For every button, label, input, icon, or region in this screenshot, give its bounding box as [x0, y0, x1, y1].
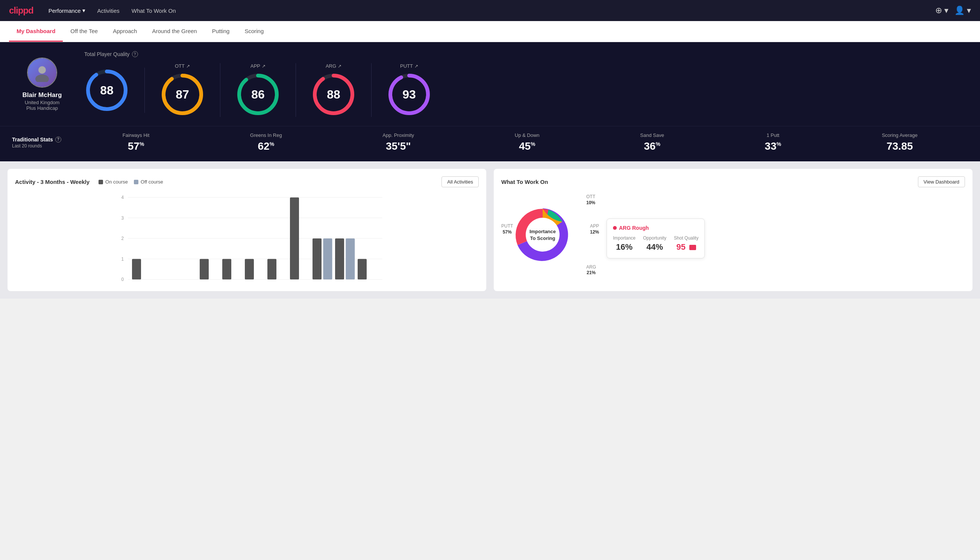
tab-my-dashboard[interactable]: My Dashboard [9, 21, 63, 42]
avatar-image [28, 58, 57, 87]
stats-items: Fairways Hit 57% Greens In Reg 62% App. … [72, 132, 968, 152]
donut-center-text2: To Scoring [530, 235, 556, 241]
tab-approach[interactable]: Approach [105, 21, 145, 42]
stat-putt-value: 33% [765, 140, 782, 152]
svg-text:2: 2 [121, 236, 124, 241]
score-arg-value: 88 [327, 88, 340, 102]
wtwon-title: What To Work On [501, 178, 548, 185]
tab-scoring[interactable]: Scoring [237, 21, 271, 42]
stat-greens-in-reg: Greens In Reg 62% [250, 132, 282, 152]
app-arrow-icon: ↗ [262, 63, 266, 69]
stat-1-putt: 1 Putt 33% [765, 132, 782, 152]
stat-updown-label: Up & Down [515, 132, 540, 138]
legend-on-course: On course [98, 179, 128, 185]
bar-week9-oncourse [313, 238, 321, 280]
detail-importance: Importance 16% [613, 235, 636, 252]
app-logo: clippd [9, 5, 33, 16]
stat-sand-value: 36% [640, 140, 664, 152]
ring-ott: 87 [160, 72, 205, 117]
donut-svg: Importance To Scoring [509, 201, 576, 268]
score-putt-value: 93 [403, 88, 416, 102]
tpq-section: Total Player Quality ? 88 [84, 51, 968, 117]
activity-title: Activity - 3 Months - Weekly [15, 178, 90, 185]
stat-up-and-down: Up & Down 45% [515, 132, 540, 152]
activity-panel: Activity - 3 Months - Weekly On course O… [8, 169, 486, 291]
user-menu-button[interactable]: 👤 ▾ [954, 6, 971, 15]
player-info: Blair McHarg United Kingdom Plus Handica… [12, 58, 72, 111]
putt-arrow-icon: ↗ [414, 63, 418, 69]
svg-text:4: 4 [121, 195, 124, 200]
nav-what-to-work-on[interactable]: What To Work On [131, 8, 176, 14]
score-card-ott: OTT ↗ 87 [145, 63, 220, 117]
putt-label: PUTT ↗ [400, 63, 418, 69]
ring-arg: 88 [311, 72, 356, 117]
bar-week9-offcourse [323, 238, 332, 280]
detail-opportunity: Opportunity 44% [643, 235, 666, 252]
detail-importance-value: 16% [613, 242, 636, 252]
donut-label-app: APP 12% [590, 223, 599, 235]
bar-week6-oncourse [245, 259, 254, 280]
bar-week1-oncourse [132, 259, 141, 280]
bar-week4-oncourse [200, 259, 209, 280]
bar-week7-oncourse [267, 259, 276, 280]
donut-hole [526, 218, 559, 252]
bottom-panels: Activity - 3 Months - Weekly On course O… [0, 161, 980, 298]
activity-chart-area: 4 3 2 1 0 [15, 193, 479, 283]
svg-point-0 [38, 66, 46, 74]
what-to-work-on-panel: What To Work On View Dashboard OTT 10% A… [494, 169, 972, 291]
stat-app-prox-value: 35'5" [383, 140, 414, 152]
svg-text:1: 1 [121, 257, 124, 262]
activity-panel-header: Activity - 3 Months - Weekly On course O… [15, 177, 479, 187]
detail-card-title: ARG Rough [613, 225, 698, 231]
stat-fairways-value: 57% [123, 140, 150, 152]
stat-app-prox-label: App. Proximity [383, 132, 414, 138]
score-app-value: 86 [251, 88, 265, 102]
chevron-down-icon: ▾ [82, 7, 85, 14]
score-total-value: 88 [100, 83, 113, 97]
bar-week10-offcourse [346, 238, 354, 280]
stats-bar: Traditional Stats ? Last 20 rounds Fairw… [0, 126, 980, 161]
ring-app: 86 [235, 72, 281, 117]
nav-links: Performance ▾ Activities What To Work On [48, 7, 176, 14]
player-name: Blair McHarg [23, 92, 62, 99]
add-button[interactable]: ⊕ ▾ [935, 6, 948, 15]
stats-title: Traditional Stats ? [12, 137, 72, 143]
stat-app-proximity: App. Proximity 35'5" [383, 132, 414, 152]
svg-text:7 Feb: 7 Feb [130, 283, 142, 283]
stat-sand-label: Sand Save [640, 132, 664, 138]
stat-scoring-value: 73.85 [882, 140, 918, 152]
chart-legend: On course Off course [98, 179, 163, 185]
nav-activities[interactable]: Activities [97, 8, 120, 14]
detail-shot-quality-value: 95 [674, 242, 698, 252]
tab-putting[interactable]: Putting [205, 21, 237, 42]
svg-text:3: 3 [121, 215, 124, 221]
nav-performance[interactable]: Performance ▾ [48, 7, 85, 14]
donut-chart-wrapper: OTT 10% APP 12% ARG 21% PUTT 57% [501, 193, 599, 283]
on-course-dot [98, 180, 103, 184]
bar-week5-oncourse [222, 259, 231, 280]
stats-help-icon[interactable]: ? [55, 137, 61, 143]
hero-section: Blair McHarg United Kingdom Plus Handica… [0, 42, 980, 126]
bar-week10-oncourse [335, 238, 344, 280]
stat-greens-value: 62% [250, 140, 282, 152]
detail-metrics: Importance 16% Opportunity 44% Shot Qual… [613, 235, 698, 252]
tab-around-the-green[interactable]: Around the Green [145, 21, 204, 42]
score-ott-value: 87 [176, 88, 189, 102]
stat-sand-save: Sand Save 36% [640, 132, 664, 152]
legend-off-course: Off course [134, 179, 163, 185]
detail-shot-quality: Shot Quality 95 [674, 235, 698, 252]
stat-fairways-label: Fairways Hit [123, 132, 150, 138]
tab-off-the-tee[interactable]: Off the Tee [63, 21, 105, 42]
avatar [27, 58, 57, 88]
nav-actions: ⊕ ▾ 👤 ▾ [935, 6, 971, 15]
svg-point-1 [35, 75, 49, 82]
help-icon[interactable]: ? [132, 51, 138, 57]
arg-rough-detail-card: ARG Rough Importance 16% Opportunity 44%… [607, 218, 705, 258]
score-card-app: APP ↗ 86 [220, 63, 296, 117]
activity-chart-svg: 4 3 2 1 0 [15, 193, 479, 283]
score-card-arg: ARG ↗ 88 [296, 63, 371, 117]
stat-greens-label: Greens In Reg [250, 132, 282, 138]
all-activities-button[interactable]: All Activities [441, 177, 479, 187]
view-dashboard-button[interactable]: View Dashboard [918, 177, 965, 187]
svg-text:9 May: 9 May [352, 283, 364, 283]
